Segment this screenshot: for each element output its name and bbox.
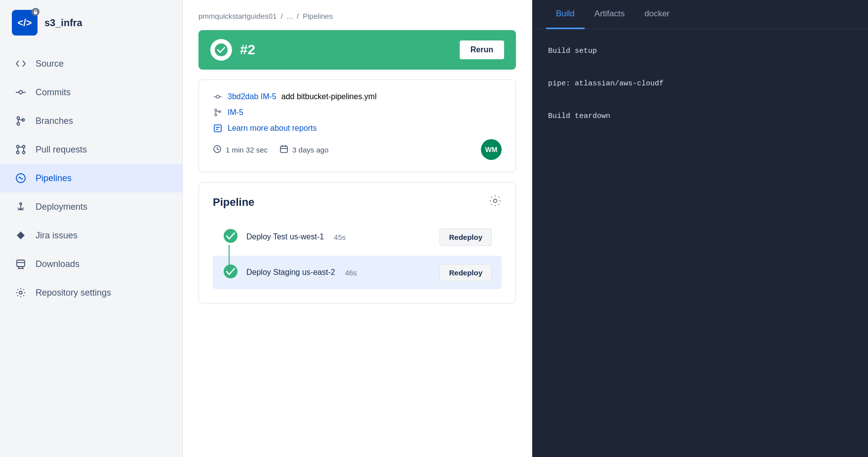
pipeline-section-header: Pipeline (213, 194, 502, 210)
sidebar-item-downloads[interactable]: Downloads (0, 250, 182, 278)
reports-icon (213, 123, 223, 133)
pipelines-icon (14, 173, 28, 184)
svg-point-39 (494, 199, 497, 203)
pipeline-header-left: #2 (210, 39, 255, 61)
rerun-button[interactable]: Rerun (460, 40, 504, 59)
commit-row: 3bd2dab IM-5 add bitbucket-pipelines.yml (213, 92, 502, 102)
svg-rect-35 (280, 146, 287, 152)
sidebar-item-branches-label: Branches (36, 116, 73, 126)
commit-hash-link[interactable]: 3bd2dab IM-5 (228, 92, 276, 101)
svg-point-1 (19, 91, 23, 94)
sidebar: </> s3_infra Source (0, 0, 183, 457)
time-meta: 3 days ago (279, 145, 328, 155)
check-icon (214, 43, 228, 57)
log-line-2: pipe: atlassian/aws-cloudf (548, 76, 852, 92)
sidebar-item-commits[interactable]: Commits (0, 78, 182, 107)
clock-icon (213, 145, 222, 155)
deploy-list: Deploy Test us-west-1 45s Redeploy Depl (213, 220, 502, 289)
lock-badge (32, 8, 39, 16)
log-line-4: Build teardown (548, 108, 852, 124)
svg-point-40 (224, 229, 237, 243)
build-log: Build setup pipe: atlassian/aws-cloudf B… (532, 29, 868, 457)
sidebar-item-pull-requests-label: Pull requests (36, 145, 87, 155)
jira-icon (14, 230, 28, 241)
svg-rect-0 (34, 12, 37, 14)
breadcrumb-ellipsis: ... (287, 12, 293, 20)
success-check-circle (210, 39, 232, 61)
redeploy-button-0[interactable]: Redeploy (439, 228, 492, 246)
svg-point-10 (23, 146, 25, 148)
deploy-connector-line (229, 245, 230, 268)
gear-icon (489, 194, 502, 207)
svg-rect-17 (17, 260, 25, 267)
svg-point-15 (20, 203, 22, 205)
deploy-name-1: Deploy Staging us-east-2 (246, 268, 335, 277)
breadcrumb-org: pmmquickstartguides01 (198, 12, 276, 20)
reports-row: Learn more about reports (213, 123, 502, 133)
deploy-time-1: 46s (345, 268, 357, 277)
learn-more-link[interactable]: Learn more about reports (228, 124, 317, 133)
commits-icon (14, 87, 28, 98)
meta-row: 1 min 32 sec 3 days ago WM (213, 139, 502, 160)
time-ago-text: 3 days ago (292, 146, 328, 154)
breadcrumb: pmmquickstartguides01 / ... / Pipelines (198, 12, 516, 20)
sidebar-item-pipelines-label: Pipelines (36, 173, 72, 184)
pipeline-section-title: Pipeline (213, 196, 254, 209)
deploy-left-1: Deploy Staging us-east-2 46s (246, 268, 357, 277)
svg-rect-31 (214, 125, 221, 132)
deploy-check-0 (223, 228, 238, 246)
deploy-item-0: Deploy Test us-west-1 45s Redeploy (213, 220, 502, 254)
log-line-3 (548, 92, 852, 108)
sidebar-header: </> s3_infra (0, 0, 182, 45)
svg-point-23 (215, 43, 228, 56)
user-avatar: WM (481, 139, 502, 160)
sidebar-item-jira-issues[interactable]: Jira issues (0, 221, 182, 250)
sidebar-item-branches[interactable]: Branches (0, 107, 182, 135)
commit-icon (213, 92, 223, 102)
pipeline-header: #2 Rerun (198, 30, 516, 70)
tab-docker[interactable]: docker (634, 0, 679, 29)
tab-artifacts[interactable]: Artifacts (585, 0, 634, 29)
main-content: pmmquickstartguides01 / ... / Pipelines … (183, 0, 532, 457)
pipeline-number: #2 (240, 42, 255, 58)
tab-build[interactable]: Build (546, 0, 585, 29)
svg-point-27 (215, 109, 217, 111)
svg-point-41 (224, 265, 237, 278)
svg-point-28 (215, 114, 217, 116)
deploy-item-1: Deploy Staging us-east-2 46s Redeploy (213, 256, 502, 289)
svg-marker-16 (17, 231, 25, 239)
pipeline-settings-button[interactable] (489, 194, 502, 210)
repo-name: s3_infra (44, 17, 82, 29)
svg-point-5 (17, 123, 20, 125)
breadcrumb-current: Pipelines (303, 12, 333, 20)
repo-logo: </> (12, 10, 38, 36)
right-panel: Build Artifacts docker Build setup pipe:… (532, 0, 868, 457)
sidebar-item-pipelines[interactable]: Pipelines (0, 164, 182, 192)
pipeline-section: Pipeline Deploy (198, 182, 516, 304)
log-line-1 (548, 59, 852, 76)
sidebar-item-pull-requests[interactable]: Pull requests (0, 135, 182, 164)
sidebar-item-source-label: Source (36, 59, 64, 69)
sidebar-item-deployments-label: Deployments (36, 202, 87, 212)
sidebar-item-jira-issues-label: Jira issues (36, 230, 78, 241)
sidebar-item-deployments[interactable]: Deployments (0, 192, 182, 221)
svg-point-22 (19, 291, 22, 294)
pipeline-info-card: 3bd2dab IM-5 add bitbucket-pipelines.yml… (198, 79, 516, 172)
deploy-left-0: Deploy Test us-west-1 45s (246, 232, 346, 241)
deploy-success-icon-0 (223, 228, 238, 244)
source-icon (14, 58, 28, 69)
branch-link[interactable]: IM-5 (228, 108, 243, 117)
branches-icon (14, 115, 28, 126)
sidebar-item-source[interactable]: Source (0, 49, 182, 78)
sidebar-item-commits-label: Commits (36, 87, 71, 98)
redeploy-button-1[interactable]: Redeploy (439, 264, 492, 281)
deploy-name-0: Deploy Test us-west-1 (246, 232, 324, 241)
branch-icon (213, 108, 223, 117)
svg-point-8 (17, 146, 19, 148)
downloads-icon (14, 259, 28, 269)
deploy-success-icon-1 (223, 264, 238, 279)
right-panel-tabs: Build Artifacts docker (532, 0, 868, 29)
sidebar-item-repository-settings[interactable]: Repository settings (0, 278, 182, 307)
deploy-check-1 (223, 264, 238, 281)
deploy-item-inner-0: Deploy Test us-west-1 45s Redeploy (246, 228, 492, 246)
